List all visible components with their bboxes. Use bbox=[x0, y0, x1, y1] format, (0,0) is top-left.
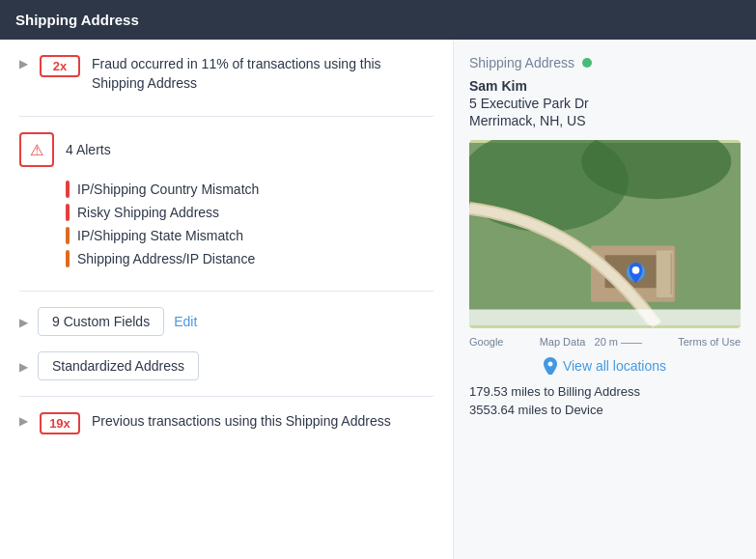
fraud-badge: 2x bbox=[40, 55, 80, 77]
map-terms-label: Terms of Use bbox=[678, 336, 741, 348]
alert-icon-box: ⚠ bbox=[19, 132, 54, 167]
address-line1: 5 Executive Park Dr bbox=[469, 96, 741, 111]
alert-items: IP/Shipping Country Mismatch Risky Shipp… bbox=[66, 181, 434, 267]
alert-label-2: Risky Shipping Address bbox=[77, 205, 219, 220]
alert-bar-orange-4 bbox=[66, 250, 70, 267]
view-all-locations-link[interactable]: View all locations bbox=[563, 358, 666, 374]
status-dot bbox=[582, 58, 592, 68]
address-line2: Merrimack, NH, US bbox=[469, 113, 741, 128]
shipping-address-header: Shipping Address bbox=[469, 55, 741, 70]
alert-label-4: Shipping Address/IP Distance bbox=[77, 251, 255, 266]
fraud-row: ▶ 2x Fraud occurred in 11% of transactio… bbox=[19, 55, 434, 93]
right-panel: Shipping Address Sam Kim 5 Executive Par… bbox=[454, 40, 756, 559]
divider-1 bbox=[19, 116, 434, 117]
left-panel: ▶ 2x Fraud occurred in 11% of transactio… bbox=[0, 40, 454, 559]
custom-fields-row: ▶ 9 Custom Fields Edit bbox=[19, 307, 434, 336]
divider-2 bbox=[19, 291, 434, 292]
alert-bar-red-2 bbox=[66, 204, 70, 221]
map-footer: Google Map Data 20 m —— Terms of Use bbox=[469, 336, 741, 348]
custom-fields-button[interactable]: 9 Custom Fields bbox=[38, 307, 164, 336]
prev-text: Previous transactions using this Shippin… bbox=[92, 412, 391, 432]
fraud-text: Fraud occurred in 11% of transactions us… bbox=[92, 55, 434, 93]
standardized-address-button[interactable]: Standardized Address bbox=[38, 351, 199, 380]
custom-fields-chevron: ▶ bbox=[19, 316, 28, 329]
address-name: Sam Kim bbox=[469, 78, 741, 94]
header-title: Shipping Address bbox=[15, 12, 139, 28]
alert-label-1: IP/Shipping Country Mismatch bbox=[77, 182, 259, 197]
alert-item-1: IP/Shipping Country Mismatch bbox=[66, 181, 434, 198]
prev-chevron: ▶ bbox=[19, 414, 28, 428]
map-google-label: Google bbox=[469, 336, 503, 348]
svg-point-9 bbox=[632, 266, 640, 274]
alert-item-2: Risky Shipping Address bbox=[66, 204, 434, 221]
alerts-row: ⚠ 4 Alerts bbox=[19, 132, 434, 167]
svg-rect-6 bbox=[670, 253, 672, 294]
alerts-label: 4 Alerts bbox=[66, 142, 111, 157]
location-pin-icon bbox=[544, 357, 557, 375]
previous-transactions-row: ▶ 19x Previous transactions using this S… bbox=[19, 412, 434, 434]
fraud-chevron: ▶ bbox=[19, 57, 28, 70]
shipping-address-label: Shipping Address bbox=[469, 55, 574, 70]
alert-item-3: IP/Shipping State Mismatch bbox=[66, 227, 434, 244]
svg-rect-7 bbox=[675, 253, 677, 294]
edit-link[interactable]: Edit bbox=[174, 314, 197, 329]
map-container bbox=[469, 140, 741, 328]
map-svg bbox=[469, 140, 741, 328]
prev-badge: 19x bbox=[40, 412, 80, 434]
distance-device: 3553.64 miles to Device bbox=[469, 403, 741, 417]
alert-bar-orange-3 bbox=[66, 227, 70, 244]
alert-item-4: Shipping Address/IP Distance bbox=[66, 250, 434, 267]
svg-rect-10 bbox=[469, 310, 741, 325]
map-data-label: Map Data 20 m —— bbox=[540, 336, 642, 348]
page-header: Shipping Address bbox=[0, 0, 756, 40]
main-layout: ▶ 2x Fraud occurred in 11% of transactio… bbox=[0, 40, 756, 559]
divider-3 bbox=[19, 396, 434, 397]
standardized-chevron: ▶ bbox=[19, 360, 28, 374]
alert-label-3: IP/Shipping State Mismatch bbox=[77, 228, 243, 243]
alert-bar-red-1 bbox=[66, 181, 70, 198]
standardized-address-row: ▶ Standardized Address bbox=[19, 351, 434, 380]
view-locations-row: View all locations bbox=[469, 357, 741, 375]
alert-icon: ⚠ bbox=[30, 141, 43, 159]
distance-billing: 179.53 miles to Billing Address bbox=[469, 384, 741, 399]
